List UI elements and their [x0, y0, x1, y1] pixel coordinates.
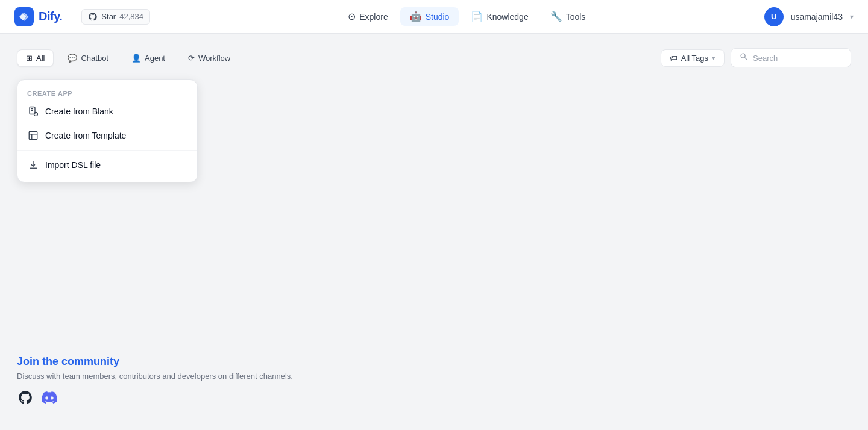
- discord-community-icon[interactable]: [41, 389, 58, 406]
- nav-center: ⊙ Explore 🤖 Studio 📄 Knowledge 🔧 Tools: [169, 7, 764, 26]
- blank-icon: [27, 105, 39, 117]
- filter-workflow-label: Workflow: [198, 54, 230, 63]
- community-title[interactable]: Join the community: [17, 355, 293, 368]
- create-from-template-label: Create from Template: [45, 131, 126, 140]
- nav-explore[interactable]: ⊙ Explore: [338, 7, 397, 26]
- import-dsl-item[interactable]: Import DSL file: [17, 153, 197, 177]
- template-icon: [27, 129, 39, 142]
- logo-area[interactable]: Dify.: [14, 7, 62, 26]
- import-icon: [27, 159, 39, 171]
- import-dsl-label: Import DSL file: [45, 160, 101, 170]
- github-star-button[interactable]: Star 42,834: [81, 9, 150, 25]
- filter-chatbot-label: Chatbot: [81, 54, 108, 63]
- user-avatar[interactable]: U: [764, 7, 784, 26]
- grid-icon: ⊞: [26, 54, 33, 63]
- community-icons: [17, 389, 293, 406]
- chevron-down-icon[interactable]: ▾: [850, 13, 854, 21]
- workflow-icon: ⟳: [188, 54, 195, 63]
- nav-tools-label: Tools: [566, 12, 586, 22]
- create-from-template-item[interactable]: Create from Template: [17, 123, 197, 148]
- search-icon: [740, 52, 748, 63]
- nav-explore-label: Explore: [359, 12, 388, 22]
- agent-icon: 👤: [131, 54, 141, 63]
- community-description: Discuss with team members, contributors …: [17, 372, 293, 381]
- filter-all-button[interactable]: ⊞ All: [17, 49, 54, 67]
- explore-icon: ⊙: [348, 11, 356, 22]
- tags-chevron-icon: ▾: [712, 54, 715, 62]
- filter-workflow-button[interactable]: ⟳ Workflow: [179, 49, 239, 67]
- avatar-initials: U: [771, 12, 776, 21]
- chatbot-icon: 💬: [68, 54, 77, 63]
- dropdown-divider: [17, 150, 197, 151]
- nav-knowledge[interactable]: 📄 Knowledge: [461, 7, 538, 26]
- tags-label: All Tags: [681, 54, 708, 63]
- main-content: ⊞ All 💬 Chatbot 👤 Agent ⟳ Workflow 🏷 All…: [0, 34, 868, 197]
- filter-right: 🏷 All Tags ▾: [661, 48, 851, 67]
- knowledge-icon: 📄: [471, 11, 483, 22]
- github-icon: [88, 12, 98, 22]
- create-from-blank-label: Create from Blank: [45, 107, 113, 116]
- nav-right: U usamajamil43 ▾: [764, 7, 854, 26]
- nav-studio-label: Studio: [426, 12, 450, 22]
- logo-text: Dify.: [39, 10, 62, 23]
- tag-icon: 🏷: [670, 54, 678, 63]
- github-community-icon[interactable]: [17, 389, 34, 406]
- search-input[interactable]: [753, 54, 842, 63]
- star-label: Star: [101, 12, 116, 21]
- dify-logo-icon: [14, 7, 34, 26]
- filter-chatbot-button[interactable]: 💬 Chatbot: [58, 49, 118, 67]
- username-label[interactable]: usamajamil43: [791, 12, 843, 22]
- nav-knowledge-label: Knowledge: [486, 12, 528, 22]
- svg-rect-3: [29, 131, 37, 140]
- studio-icon: 🤖: [410, 11, 422, 22]
- create-app-dropdown: CREATE APP Create from Blank: [17, 79, 198, 182]
- nav-studio[interactable]: 🤖 Studio: [400, 7, 459, 26]
- filter-all-label: All: [36, 54, 45, 63]
- community-section: Join the community Discuss with team mem…: [17, 355, 293, 406]
- create-app-section-label: CREATE APP: [17, 85, 197, 99]
- create-from-blank-item[interactable]: Create from Blank: [17, 99, 197, 123]
- filter-agent-button[interactable]: 👤 Agent: [122, 49, 174, 67]
- filter-bar: ⊞ All 💬 Chatbot 👤 Agent ⟳ Workflow 🏷 All…: [17, 48, 851, 67]
- filter-agent-label: Agent: [145, 54, 165, 63]
- nav-tools[interactable]: 🔧 Tools: [541, 7, 596, 26]
- page-wrapper: ⊞ All 💬 Chatbot 👤 Agent ⟳ Workflow 🏷 All…: [0, 34, 868, 430]
- top-navigation: Dify. Star 42,834 ⊙ Explore 🤖 Studio 📄 K…: [0, 0, 868, 34]
- star-count: 42,834: [119, 12, 143, 21]
- search-box[interactable]: [731, 48, 851, 67]
- tools-icon: 🔧: [550, 11, 562, 22]
- tags-dropdown-button[interactable]: 🏷 All Tags ▾: [661, 49, 725, 67]
